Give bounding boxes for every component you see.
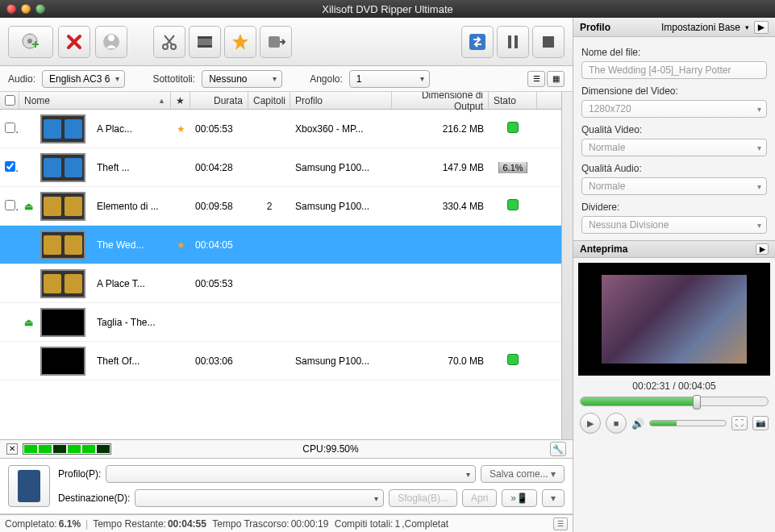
table-row[interactable]: ⏏Taglia - The... (0, 303, 561, 342)
tab-settings[interactable]: Impostazioni Base (661, 22, 749, 33)
table-row[interactable]: Theft Of...00:03:06Samsung P100...70.0 M… (0, 342, 561, 380)
row-checkbox[interactable] (5, 161, 15, 172)
effects-button[interactable] (189, 26, 221, 58)
split-select[interactable]: Nessuna Divisione (581, 216, 767, 234)
row-duration: 00:04:05 (190, 239, 248, 251)
subtitle-label: Sottotitoli: (152, 73, 195, 85)
status-tasks-value: 1 (394, 518, 400, 530)
filename-label: Nome del file: (581, 47, 767, 58)
add-disc-button[interactable] (8, 26, 53, 58)
row-name: The Wed... (92, 239, 171, 251)
volume-slider[interactable] (649, 420, 727, 426)
snapshot-button[interactable]: 📷 (752, 416, 769, 430)
audio-select[interactable]: English AC3 6 (42, 70, 125, 88)
row-checkbox[interactable] (5, 123, 15, 133)
play-button[interactable]: ▶ (580, 413, 601, 434)
profile-select[interactable] (106, 465, 476, 483)
table-row[interactable]: ⏏Elemento di ...00:09:582Samsung P100...… (0, 187, 561, 226)
send-settings-button[interactable]: ▾ (542, 489, 565, 507)
star-icon[interactable]: ★ (177, 123, 185, 135)
favorites-button[interactable] (224, 26, 256, 58)
vertical-scrollbar[interactable] (561, 92, 573, 439)
select-all-checkbox[interactable] (5, 95, 15, 106)
video-q-select[interactable]: Normale (581, 139, 767, 156)
task-list-button[interactable]: ☰ (553, 517, 568, 530)
angle-label: Angolo: (310, 73, 343, 85)
thumbnail-icon (40, 347, 85, 376)
open-button[interactable]: Apri (462, 489, 497, 507)
video-dim-select[interactable]: 1280x720 (581, 100, 767, 118)
minimize-window-icon[interactable] (21, 4, 31, 14)
thumbnail-icon (40, 153, 85, 182)
status-ready-icon (507, 122, 519, 133)
profile-label: Profilo(P): (58, 468, 101, 480)
pause-button[interactable] (497, 26, 529, 58)
subtitle-select[interactable]: Nessuno (202, 70, 282, 88)
destination-label: Destinazione(D): (58, 493, 130, 504)
table-row[interactable]: A Plac...★00:05:53Xbox360 - MP...216.2 M… (0, 110, 561, 148)
browse-button[interactable]: Sfoglia(B)... (389, 489, 457, 507)
row-duration: 00:05:53 (190, 123, 248, 135)
row-duration: 00:05:53 (190, 278, 248, 289)
table-row[interactable]: Theft ...00:04:28Samsung P100...147.9 MB… (0, 148, 561, 187)
preview-time: 00:02:31 / 00:04:05 (578, 380, 770, 392)
row-chapters: 2 (248, 201, 290, 212)
row-profile: Samsung P100... (290, 162, 392, 173)
row-output: 330.4 MB (392, 201, 489, 212)
audio-q-select[interactable]: Normale (581, 177, 767, 195)
row-name: Elemento di ... (92, 201, 171, 212)
destination-select[interactable] (135, 489, 384, 507)
zoom-window-icon[interactable] (35, 4, 45, 14)
status-ready-icon (507, 354, 519, 365)
col-name[interactable]: Nome (19, 92, 171, 109)
close-cpu-icon[interactable]: ✕ (6, 443, 18, 455)
delete-button[interactable] (58, 26, 90, 58)
angle-select[interactable]: 1 (349, 70, 430, 88)
cut-button[interactable] (153, 26, 185, 58)
export-button[interactable] (260, 26, 292, 58)
stop-preview-button[interactable]: ■ (606, 413, 627, 434)
svg-point-5 (108, 35, 115, 41)
status-tasks-suffix: ,Completat (402, 518, 448, 530)
col-profile[interactable]: Profilo (290, 92, 392, 109)
row-profile: Samsung P100... (290, 355, 392, 367)
status-completed-label: Completato: (5, 518, 57, 530)
window-title: Xilisoft DVD Ripper Ultimate (322, 3, 453, 15)
view-list-button[interactable]: ☰ (527, 71, 545, 87)
status-bar: Completato: 6.1% | Tempo Restante: 00:04… (0, 514, 573, 532)
panel-collapse-button[interactable]: ▶ (754, 21, 769, 34)
send-to-device-button[interactable]: »📱 (502, 489, 537, 507)
audio-q-label: Qualità Audio: (581, 163, 767, 174)
preview-progress[interactable] (580, 397, 769, 406)
filename-field[interactable]: The Wedding [4-05]_Harry Potter (581, 61, 767, 79)
close-window-icon[interactable] (6, 4, 16, 14)
star-icon[interactable]: ★ (177, 239, 185, 251)
preview-viewport[interactable] (578, 263, 770, 376)
save-as-button[interactable]: Salva come... ▾ (481, 465, 565, 483)
row-output: 216.2 MB (392, 123, 489, 135)
table-row[interactable]: The Wed...★00:04:05 (0, 226, 561, 264)
convert-button[interactable] (461, 26, 494, 58)
col-star[interactable]: ★ (171, 92, 190, 109)
row-name: Taglia - The... (92, 317, 171, 328)
stop-button[interactable] (532, 26, 565, 58)
tab-profile[interactable]: Profilo (580, 22, 610, 33)
row-checkbox[interactable] (5, 200, 15, 210)
video-q-label: Qualità Video: (581, 124, 767, 135)
volume-icon[interactable]: 🔊 (631, 418, 644, 430)
cpu-bar: ✕ CPU:99.50% 🔧 (0, 439, 573, 459)
preview-label: Anteprima (580, 243, 627, 255)
svg-rect-13 (508, 35, 511, 48)
col-chapters[interactable]: Capitoli (248, 92, 290, 109)
col-status[interactable]: Stato (489, 92, 537, 109)
cpu-settings-button[interactable]: 🔧 (550, 442, 566, 456)
file-table: Nome ★ Durata Capitoli Profilo Dimension… (0, 92, 561, 439)
preview-collapse-button[interactable]: ▶ (756, 243, 769, 255)
col-output[interactable]: Dimensione di Output (392, 92, 489, 109)
fullscreen-button[interactable]: ⛶ (731, 416, 748, 430)
table-row[interactable]: A Place T...00:05:53 (0, 264, 561, 303)
view-grid-button[interactable]: ▦ (547, 71, 565, 87)
info-button[interactable] (95, 26, 127, 58)
col-duration[interactable]: Durata (190, 92, 248, 109)
preview-header: Anteprima ▶ (573, 240, 775, 258)
